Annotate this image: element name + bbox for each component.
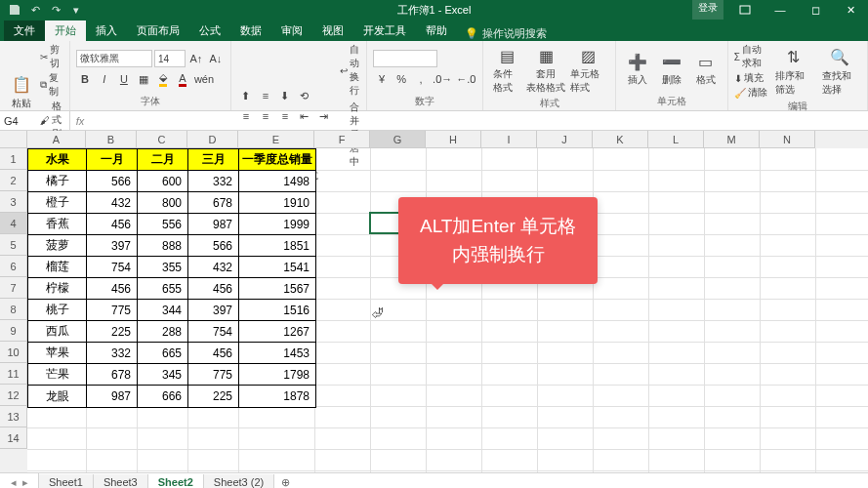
table-cell[interactable]: 566 xyxy=(87,171,138,192)
col-header-C[interactable]: C xyxy=(137,131,187,148)
table-cell[interactable]: 1851 xyxy=(239,235,315,257)
table-cell[interactable]: 芒果 xyxy=(28,364,87,386)
font-color-button[interactable]: A xyxy=(174,70,191,88)
table-cell[interactable]: 775 xyxy=(87,300,138,321)
ribbon-options-icon[interactable] xyxy=(727,0,763,20)
maximize-icon[interactable]: ◻ xyxy=(798,0,833,20)
table-cell[interactable]: 225 xyxy=(87,321,138,343)
percent-button[interactable]: % xyxy=(393,70,410,88)
border-button[interactable]: ▦ xyxy=(135,70,152,88)
col-header-L[interactable]: L xyxy=(648,131,704,148)
inc-decimal-button[interactable]: .0→ xyxy=(432,70,453,88)
table-cell[interactable]: 344 xyxy=(138,300,188,321)
align-bottom-button[interactable]: ⬇ xyxy=(276,87,294,104)
save-icon[interactable] xyxy=(6,2,23,18)
tab-formulas[interactable]: 公式 xyxy=(189,20,230,41)
insert-cells-button[interactable]: ➕插入 xyxy=(622,49,653,89)
row-header-3[interactable]: 3 xyxy=(0,191,27,213)
fill-color-button[interactable]: ⬙ xyxy=(154,70,172,88)
table-cell[interactable]: 665 xyxy=(138,343,188,364)
find-select-button[interactable]: 🔍查找和选择 xyxy=(818,45,862,99)
table-cell[interactable]: 苹果 xyxy=(28,343,87,364)
tab-insert[interactable]: 插入 xyxy=(86,20,127,41)
sheet-nav[interactable]: ◂▸ xyxy=(0,473,39,488)
table-cell[interactable]: 456 xyxy=(87,278,138,300)
minimize-icon[interactable]: — xyxy=(763,0,798,20)
dec-decimal-button[interactable]: ←.0 xyxy=(455,70,476,88)
format-cells-button[interactable]: ▭格式 xyxy=(690,49,722,89)
row-header-11[interactable]: 11 xyxy=(0,363,27,385)
table-cell[interactable]: 1567 xyxy=(239,278,315,300)
table-cell[interactable]: 西瓜 xyxy=(28,321,87,343)
qat-dropdown-icon[interactable]: ▾ xyxy=(67,2,85,18)
sheet-tab[interactable]: Sheet3 (2) xyxy=(204,474,274,489)
table-cell[interactable]: 345 xyxy=(138,364,188,386)
table-cell[interactable]: 800 xyxy=(138,192,188,214)
italic-button[interactable]: I xyxy=(96,70,113,88)
paste-button[interactable]: 📋粘贴 xyxy=(6,72,37,112)
table-cell[interactable]: 432 xyxy=(188,257,239,278)
sheet-tab[interactable]: Sheet1 xyxy=(39,474,94,489)
table-cell[interactable]: 1910 xyxy=(239,192,315,214)
table-cell[interactable]: 556 xyxy=(138,214,188,235)
table-cell[interactable]: 橙子 xyxy=(28,192,87,214)
table-cell[interactable]: 397 xyxy=(87,235,138,257)
table-cell[interactable]: 678 xyxy=(87,364,138,386)
table-header[interactable]: 三月 xyxy=(188,149,239,171)
font-size-combo[interactable]: 14 xyxy=(154,50,186,67)
nav-next-icon[interactable]: ▸ xyxy=(22,476,28,488)
table-cell[interactable]: 1999 xyxy=(239,214,315,235)
row-header-5[interactable]: 5 xyxy=(0,234,27,256)
table-cell[interactable]: 香蕉 xyxy=(28,214,87,235)
login-button[interactable]: 登录 xyxy=(692,0,723,20)
table-cell[interactable]: 987 xyxy=(188,214,239,235)
table-cell[interactable]: 678 xyxy=(188,192,239,214)
align-left-button[interactable]: ≡ xyxy=(237,107,255,125)
align-right-button[interactable]: ≡ xyxy=(276,107,294,125)
table-cell[interactable]: 1798 xyxy=(239,364,315,386)
table-cell[interactable]: 456 xyxy=(87,214,138,235)
align-top-button[interactable]: ⬆ xyxy=(237,87,255,104)
undo-icon[interactable]: ↶ xyxy=(26,2,44,18)
table-cell[interactable]: 655 xyxy=(138,278,188,300)
tab-review[interactable]: 审阅 xyxy=(271,20,312,41)
align-center-button[interactable]: ≡ xyxy=(257,107,274,125)
indent-inc-button[interactable]: ⇥ xyxy=(315,107,333,125)
table-format-button[interactable]: ▦套用 表格格式 xyxy=(528,43,563,97)
select-all-corner[interactable] xyxy=(0,131,27,148)
table-cell[interactable]: 775 xyxy=(188,364,239,386)
tab-help[interactable]: 帮助 xyxy=(416,20,457,41)
table-cell[interactable]: 754 xyxy=(188,321,239,343)
copy-button[interactable]: ⧉复制 xyxy=(40,71,63,99)
row-header-10[interactable]: 10 xyxy=(0,342,27,363)
col-header-J[interactable]: J xyxy=(537,131,593,148)
table-cell[interactable]: 桃子 xyxy=(28,300,87,321)
table-cell[interactable]: 菠萝 xyxy=(28,235,87,257)
col-header-F[interactable]: F xyxy=(314,131,370,148)
table-cell[interactable]: 432 xyxy=(87,192,138,214)
grow-font-button[interactable]: A↑ xyxy=(187,50,205,67)
number-format-combo[interactable] xyxy=(373,50,437,67)
bold-button[interactable]: B xyxy=(76,70,94,88)
table-cell[interactable]: 榴莲 xyxy=(28,257,87,278)
font-name-combo[interactable]: 微软雅黑 xyxy=(76,50,152,67)
underline-button[interactable]: U xyxy=(115,70,133,88)
col-header-I[interactable]: I xyxy=(481,131,537,148)
table-cell[interactable]: 1498 xyxy=(239,171,315,192)
row-header-9[interactable]: 9 xyxy=(0,320,27,342)
table-header[interactable]: 一月 xyxy=(87,149,138,171)
col-header-H[interactable]: H xyxy=(426,131,481,148)
table-cell[interactable]: 456 xyxy=(188,278,239,300)
table-cell[interactable]: 1267 xyxy=(239,321,315,343)
tell-me[interactable]: 💡操作说明搜索 xyxy=(465,26,547,41)
shrink-font-button[interactable]: A↓ xyxy=(207,50,225,67)
indent-dec-button[interactable]: ⇤ xyxy=(296,107,313,125)
table-cell[interactable]: 1516 xyxy=(239,300,315,321)
table-cell[interactable]: 888 xyxy=(138,235,188,257)
phonetic-button[interactable]: wén xyxy=(193,70,215,88)
table-cell[interactable]: 橘子 xyxy=(28,171,87,192)
table-cell[interactable]: 754 xyxy=(87,257,138,278)
table-cell[interactable]: 1541 xyxy=(239,257,315,278)
row-header-8[interactable]: 8 xyxy=(0,299,27,320)
col-header-D[interactable]: D xyxy=(187,131,238,148)
